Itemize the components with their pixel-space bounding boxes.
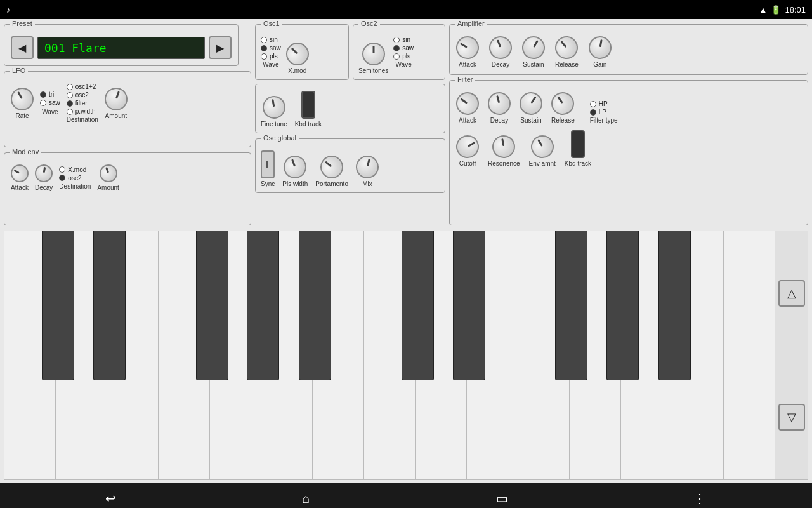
osc2-wave-pls-radio[interactable] — [393, 53, 400, 60]
osc2-wave-sin-radio[interactable] — [393, 37, 400, 43]
amp-release-knob[interactable] — [551, 32, 583, 64]
lfo-dest-pwidth-radio[interactable] — [67, 109, 73, 115]
lfo-dest-osc2[interactable]: osc2 — [67, 91, 98, 98]
home-button[interactable]: ⌂ — [302, 491, 310, 506]
filter-sustain-knob[interactable] — [515, 88, 547, 119]
amp-decay-knob[interactable] — [486, 33, 515, 62]
white-key-10[interactable] — [467, 231, 518, 479]
osc-portamento-knob[interactable] — [316, 151, 348, 184]
osc1-wave-sin-radio[interactable] — [261, 37, 267, 43]
white-key-5[interactable] — [210, 231, 261, 479]
filter-type-lp[interactable]: LP — [590, 109, 618, 116]
osc-mix-knob-container: Mix — [356, 156, 379, 187]
white-key-7[interactable] — [313, 231, 364, 479]
lfo-wave-tri-radio[interactable] — [40, 91, 46, 98]
piano-up-button[interactable]: △ — [778, 280, 805, 307]
filter-release-container: Release — [551, 92, 575, 124]
modenv-dest-xmod[interactable]: X.mod — [59, 166, 91, 173]
filter-attack-knob[interactable] — [452, 88, 483, 119]
filter-decay-knob[interactable] — [485, 90, 513, 117]
amp-sustain-container: Sustain — [522, 36, 545, 68]
piano-down-button[interactable]: ▽ — [778, 404, 805, 431]
modenv-dest-osc2[interactable]: osc2 — [59, 175, 91, 182]
lfo-dest-pwidth[interactable]: p.width — [67, 108, 98, 115]
osc1-wave-pls[interactable]: pls — [261, 53, 281, 60]
preset-prev-button[interactable]: ◀ — [11, 36, 34, 59]
osc2-semitones-knob[interactable] — [362, 43, 385, 65]
lfo-dest-osc12[interactable]: osc1+2 — [67, 83, 98, 90]
lfo-wave-saw[interactable]: saw — [40, 99, 60, 106]
modenv-attack-knob[interactable] — [8, 161, 32, 185]
lfo-rate-knob-container: Rate — [11, 88, 34, 119]
modenv-attack-knob-container: Attack — [11, 164, 29, 191]
lfo-rate-knob[interactable] — [6, 83, 37, 114]
menu-button[interactable]: ⋮ — [693, 491, 706, 506]
white-key-15[interactable] — [724, 231, 775, 479]
white-key-4[interactable] — [159, 231, 210, 479]
osc1-wave-saw-radio[interactable] — [261, 45, 267, 51]
lfo-dest-filter[interactable]: filter — [67, 100, 98, 107]
modenv-dest-osc2-radio[interactable] — [59, 175, 65, 181]
lfo-wave-saw-radio[interactable] — [40, 100, 46, 106]
osc1-wave-pls-radio[interactable] — [261, 53, 267, 60]
white-key-8[interactable] — [364, 231, 416, 479]
osc2-wave-sin[interactable]: sin — [393, 36, 414, 43]
osc-plswidth-knob[interactable] — [280, 152, 310, 182]
lfo-dest-filter-radio[interactable] — [67, 100, 73, 107]
white-key-12[interactable] — [570, 231, 621, 479]
filter-cutoff-knob[interactable] — [452, 131, 483, 162]
lfo-dest-osc2-radio[interactable] — [67, 92, 73, 98]
back-button[interactable]: ↩ — [105, 491, 116, 506]
osc2-semitones-label: Semitones — [358, 67, 388, 74]
white-key-14[interactable] — [672, 231, 724, 479]
osc2-kbdtrack-slider[interactable] — [301, 91, 315, 119]
osc2-wave-saw-radio[interactable] — [393, 45, 400, 51]
white-key-9[interactable] — [416, 231, 467, 479]
osc1-wave-sin[interactable]: sin — [261, 36, 281, 43]
amp-gain-knob[interactable] — [587, 34, 613, 61]
filter-panel: Filter Attack Decay Sustain — [449, 80, 808, 225]
filter-release-knob[interactable] — [547, 88, 579, 119]
filter-kbdtrack-slider[interactable] — [571, 130, 585, 158]
osc1-xmod-knob-container: X.mod — [286, 43, 309, 74]
white-key-1[interactable] — [4, 231, 56, 479]
osc-mix-knob[interactable] — [353, 153, 381, 181]
lfo-wave-tri[interactable]: tri — [40, 91, 60, 98]
amp-sustain-knob[interactable] — [518, 32, 549, 63]
lfo-dest-osc12-radio[interactable] — [67, 84, 73, 90]
filter-sustain-label: Sustain — [520, 117, 541, 124]
osc1-xmod-knob[interactable] — [281, 38, 313, 70]
preset-name-display[interactable]: 001 Flare — [37, 37, 205, 59]
modenv-decay-knob[interactable] — [34, 163, 54, 184]
modenv-amount-knob[interactable] — [97, 162, 120, 185]
osc-plswidth-label: Pls width — [282, 180, 308, 187]
osc2-finetune-knob[interactable] — [261, 94, 287, 121]
piano-keyboard[interactable]: .bk { position:absolute; background:#444… — [4, 231, 775, 479]
oscglobal-panel: Osc global ▌ Sync Pls width — [255, 138, 445, 193]
modenv-dest-xmod-radio[interactable] — [59, 166, 65, 173]
filter-type-hp-radio[interactable] — [590, 101, 596, 107]
modenv-dest-group: X.mod osc2 — [59, 166, 91, 182]
white-key-11[interactable] — [518, 231, 570, 479]
filter-cutoff-container: Cutoff — [456, 135, 479, 167]
osc1-wave-saw[interactable]: saw — [261, 44, 281, 51]
filter-decay-label: Decay — [490, 117, 508, 124]
lfo-amount-knob[interactable] — [102, 84, 131, 113]
amp-label: Amplifier — [455, 20, 487, 27]
white-key-3[interactable] — [107, 231, 159, 479]
osc-sync-toggle[interactable]: ▌ — [261, 150, 275, 178]
filter-resonence-knob[interactable] — [490, 133, 517, 160]
white-key-13[interactable] — [621, 231, 672, 479]
filter-type-hp[interactable]: HP — [590, 100, 618, 107]
filter-type-lp-radio[interactable] — [590, 109, 596, 116]
osc2-wave-saw[interactable]: saw — [393, 44, 414, 51]
filter-attack-container: Attack — [456, 92, 479, 124]
amp-attack-knob[interactable] — [452, 32, 483, 63]
white-key-2[interactable] — [56, 231, 107, 479]
white-key-6[interactable] — [261, 231, 313, 479]
osc2-wave-pls[interactable]: pls — [393, 53, 414, 60]
filter-envamnt-knob[interactable] — [527, 131, 558, 162]
recent-button[interactable]: ▭ — [496, 491, 508, 506]
app-icon: ♪ — [6, 5, 11, 15]
preset-next-button[interactable]: ▶ — [209, 36, 232, 59]
